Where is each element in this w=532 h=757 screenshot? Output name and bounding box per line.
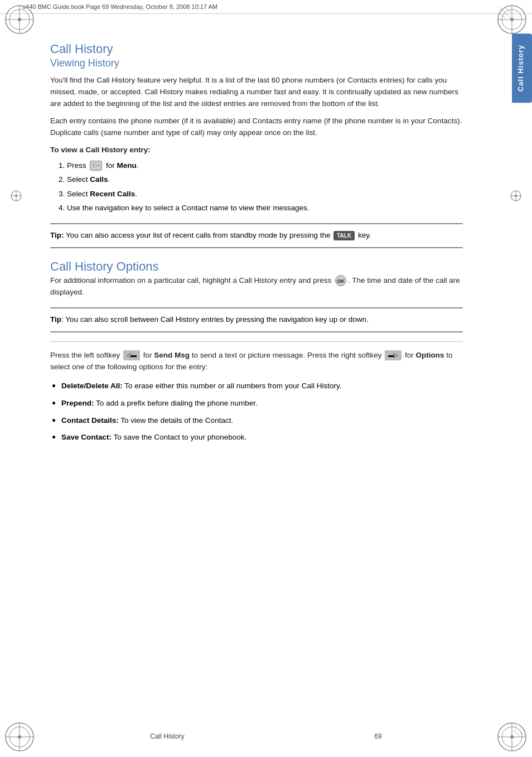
side-tab: Call History xyxy=(512,33,532,103)
crosshair-left xyxy=(10,190,22,202)
svg-point-4 xyxy=(18,18,21,21)
svg-point-27 xyxy=(515,195,517,197)
viewing-history-title: Viewing History xyxy=(50,57,463,69)
steps-list: Press for Menu. Select Calls. Select Rec… xyxy=(67,160,463,214)
options-para-1: For additional information on a particul… xyxy=(50,275,463,298)
viewing-para-1: You'll find the Call History feature ver… xyxy=(50,75,463,110)
left-softkey-icon: ◁▬ xyxy=(123,350,140,360)
option-contact-details: Contact Details: To view the details of … xyxy=(61,413,463,427)
viewing-para-2: Each entry contains the phone number (if… xyxy=(50,115,463,139)
corner-decoration-tl xyxy=(4,4,35,35)
tip-box-2: Tip: You can also scroll between Call Hi… xyxy=(50,307,463,332)
step-3: Select Recent Calls. xyxy=(67,188,463,200)
option-prepend: Prepend: To add a prefix before dialing … xyxy=(61,396,463,409)
header-bar: u440 BMC Guide.book Page 69 Wednesday, O… xyxy=(0,0,532,14)
step-4: Use the navigation key to select a Conta… xyxy=(67,202,463,214)
footer-page xyxy=(187,732,375,740)
page-footer: Call History 69 xyxy=(0,732,532,740)
step-1: Press for Menu. xyxy=(67,160,463,172)
call-history-options-title: Call History Options xyxy=(50,259,463,274)
tip-box-1: Tip: You can also access your list of re… xyxy=(50,223,463,248)
corner-decoration-tr xyxy=(497,4,528,35)
steps-heading: To view a Call History entry: xyxy=(50,144,463,156)
svg-point-23 xyxy=(15,195,17,197)
divider-1 xyxy=(50,341,463,342)
ok-icon: OK xyxy=(335,275,346,286)
talk-key-icon: TALK xyxy=(333,231,355,241)
menu-icon xyxy=(90,161,102,171)
tip1-label: Tip: You can also access your list of re… xyxy=(50,230,371,242)
call-history-title: Call History xyxy=(50,42,463,56)
right-softkey-icon: ▬▷ xyxy=(385,350,402,360)
option-save-contact: Save Contact: To save the Contact to you… xyxy=(61,430,463,443)
header-text: u440 BMC Guide.book Page 69 Wednesday, O… xyxy=(22,3,217,10)
options-list: Delete/Delete All: To erase either this … xyxy=(61,378,463,443)
step-2: Select Calls. xyxy=(67,173,463,186)
option-delete: Delete/Delete All: To erase either this … xyxy=(61,378,463,392)
tip2-content: Tip: You can also scroll between Call Hi… xyxy=(50,314,369,326)
footer-page-number: 69 xyxy=(374,732,381,740)
crosshair-right xyxy=(510,190,522,202)
softkey-para: Press the left softkey ◁▬ for Send Msg t… xyxy=(50,350,463,373)
main-content: Call History Viewing History You'll find… xyxy=(0,14,496,480)
footer-label: Call History xyxy=(150,732,184,740)
side-tab-label: Call History xyxy=(516,45,525,91)
